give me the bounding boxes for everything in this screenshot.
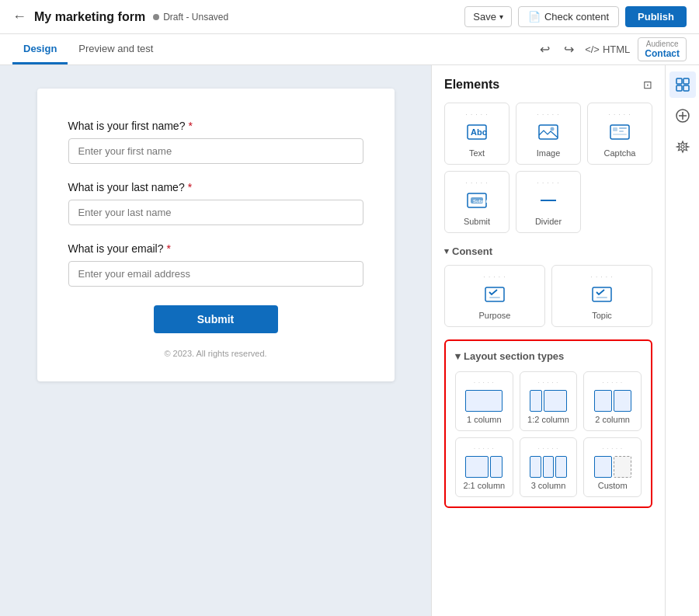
submit-element-label: Submit — [464, 217, 490, 226]
svg-point-3 — [551, 127, 555, 131]
last-name-group: What is your last name? * — [68, 181, 363, 225]
sidebar-settings-button[interactable] — [669, 134, 696, 160]
layout-section-title: Layout section types — [464, 350, 564, 362]
col-box-large — [544, 390, 567, 412]
svg-rect-19 — [676, 85, 682, 91]
submit-row: Submit — [68, 305, 363, 333]
audience-label: Audience — [646, 40, 679, 48]
text-element-icon: Abc — [467, 124, 487, 144]
required-star-3: * — [166, 242, 170, 255]
save-button[interactable]: Save ▾ — [464, 6, 512, 27]
dots-icon: · · · · · — [465, 111, 488, 118]
svg-rect-16 — [596, 297, 607, 298]
element-image[interactable]: · · · · · Image — [516, 103, 581, 165]
required-star-2: * — [188, 181, 192, 193]
panel-header: Elements ⊡ — [444, 78, 652, 92]
panel-toggle-icon[interactable]: ⊡ — [643, 78, 652, 91]
3-column-preview — [530, 456, 567, 478]
element-divider[interactable]: · · · · · Divider — [516, 171, 581, 233]
dots-icon: · · · · · — [602, 446, 623, 451]
svg-rect-18 — [683, 78, 689, 84]
captcha-element-label: Captcha — [604, 148, 636, 158]
col-box-large — [465, 456, 489, 478]
col-box-small — [490, 456, 503, 478]
html-code-icon: </> — [585, 44, 600, 55]
svg-rect-17 — [676, 78, 682, 84]
layout-1-2-column[interactable]: · · · · · 1:2 column — [520, 371, 578, 431]
audience-value: Contact — [645, 48, 680, 59]
svg-rect-8 — [613, 134, 627, 135]
first-name-input[interactable] — [68, 138, 363, 164]
email-input[interactable] — [68, 261, 363, 287]
dots-icon: · · · · · — [538, 446, 559, 451]
image-element-label: Image — [537, 148, 561, 158]
2-column-preview — [594, 390, 631, 412]
col-box-dashed — [614, 456, 631, 478]
layout-2-1-column[interactable]: · · · · · 2:1 column — [455, 437, 513, 497]
layout-custom-label: Custom — [598, 481, 628, 490]
first-name-group: What is your first name? * — [68, 120, 363, 164]
dots-icon: · · · · · — [602, 380, 623, 385]
tabs: Design Preview and test — [12, 35, 164, 64]
svg-rect-15 — [593, 287, 611, 301]
element-text[interactable]: · · · · · Abc Text — [444, 103, 509, 165]
dots-icon: · · · · · — [537, 111, 559, 118]
1-2-column-preview — [530, 390, 567, 412]
check-content-icon: 📄 — [528, 11, 541, 23]
element-topic[interactable]: · · · · · Topic — [551, 265, 652, 327]
header-left: ← My marketing form Draft - Unsaved — [12, 9, 228, 25]
toolbar-actions: ↩ ↪ </> HTML Audience Contact — [537, 37, 687, 61]
last-name-input[interactable] — [68, 200, 363, 225]
text-element-label: Text — [469, 148, 485, 158]
back-button[interactable]: ← — [12, 9, 26, 25]
publish-button[interactable]: Publish — [625, 6, 687, 27]
topic-element-label: Topic — [592, 311, 612, 320]
layout-2-column[interactable]: · · · · · 2 column — [583, 371, 642, 431]
element-purpose[interactable]: · · · · · Purpose — [444, 265, 545, 327]
elements-grid: · · · · · Abc Text · · · · · — [444, 103, 652, 233]
col-box-2 — [614, 390, 631, 412]
divider-element-label: Divider — [535, 217, 562, 226]
col-box-small — [530, 390, 542, 412]
dots-icon: · · · · · — [474, 380, 495, 385]
sidebar-elements-button[interactable] — [669, 71, 696, 98]
email-label: What is your email? * — [68, 242, 363, 255]
consent-section-title: ▾ Consent — [444, 245, 652, 257]
svg-rect-20 — [683, 85, 689, 91]
image-element-icon — [538, 124, 558, 144]
email-group: What is your email? * — [68, 242, 363, 287]
form-card: What is your first name? * What is your … — [37, 89, 395, 381]
tab-design[interactable]: Design — [12, 35, 68, 64]
undo-icon[interactable]: ↩ — [537, 39, 553, 60]
layout-3-column[interactable]: · · · · · 3 column — [520, 437, 578, 497]
layout-custom[interactable]: · · · · · Custom — [583, 437, 642, 497]
dots-icon: · · · · · — [483, 273, 506, 280]
element-submit[interactable]: · · · · · Submit Submit — [444, 171, 509, 233]
save-label: Save — [473, 11, 496, 23]
svg-point-24 — [681, 145, 684, 148]
layout-chevron-icon: ▾ — [455, 350, 461, 362]
layout-1-column[interactable]: · · · · · 1 column — [455, 371, 513, 431]
svg-text:Submit: Submit — [473, 199, 487, 204]
check-content-button[interactable]: 📄 Check content — [518, 6, 619, 27]
element-captcha[interactable]: · · · · · Captcha — [587, 103, 652, 165]
check-content-label: Check content — [544, 11, 609, 23]
tab-preview[interactable]: Preview and test — [68, 35, 164, 64]
submit-button[interactable]: Submit — [154, 305, 278, 333]
svg-text:Abc: Abc — [471, 127, 487, 137]
svg-rect-7 — [619, 131, 624, 132]
audience-selector[interactable]: Audience Contact — [638, 37, 687, 61]
chevron-down-icon: ▾ — [499, 12, 503, 21]
layout-section-header: ▾ Layout section types — [455, 350, 642, 362]
required-star-1: * — [188, 120, 192, 132]
html-button[interactable]: </> HTML — [585, 44, 630, 55]
first-name-label: What is your first name? * — [68, 120, 363, 132]
layout-1-col-label: 1 column — [467, 415, 502, 424]
sidebar-add-button[interactable] — [669, 103, 696, 129]
html-label: HTML — [603, 44, 630, 55]
layout-2-col-label: 2 column — [595, 415, 630, 424]
layout-1-2-col-label: 1:2 column — [527, 415, 569, 424]
last-name-label: What is your last name? * — [68, 181, 363, 193]
redo-icon[interactable]: ↪ — [561, 39, 577, 60]
page-title: My marketing form — [34, 10, 145, 24]
